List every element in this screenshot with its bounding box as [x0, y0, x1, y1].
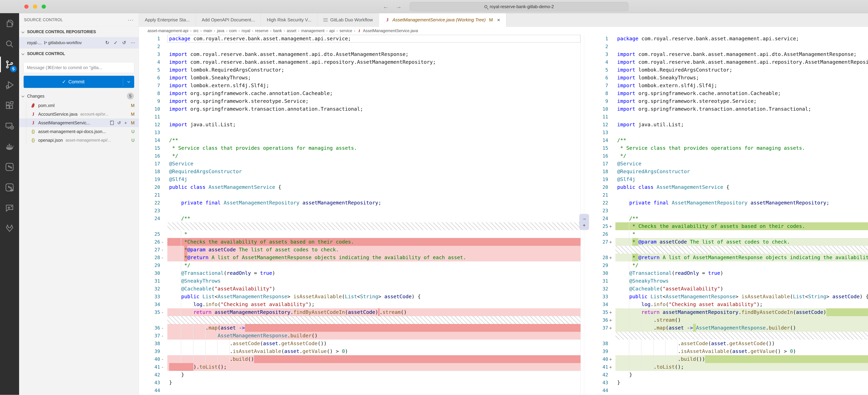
tab-high-risk-security[interactable]: High Risk Security V... — [261, 13, 317, 27]
code-line[interactable]: 7import lombok.extern.slf4j.Slf4j; — [139, 82, 581, 89]
code-line[interactable]: 18@RequiredArgsConstructor — [139, 168, 581, 176]
line-number[interactable]: 43 — [584, 379, 609, 387]
tab-add-openapi[interactable]: Add OpenAPI Document... — [196, 13, 261, 27]
code-line[interactable]: 36+.stream() — [584, 316, 868, 324]
line-number[interactable]: 24 — [139, 215, 161, 222]
breadcrumb-item[interactable]: java — [217, 29, 224, 33]
line-number[interactable]: 8 — [139, 89, 161, 97]
code-line[interactable]: 32@Cacheable("assetAvailability") — [584, 285, 868, 293]
line-number[interactable]: 40 — [584, 355, 609, 363]
line-number[interactable]: 42 — [139, 371, 161, 379]
code-line[interactable]: 19@Slf4j — [584, 176, 868, 183]
line-number[interactable]: 5 — [139, 66, 161, 74]
code-line[interactable]: 38.assetCode(asset.getAssetCode()) — [139, 340, 581, 347]
line-number[interactable]: 37 — [584, 324, 609, 332]
code-line[interactable]: 41+.toList(); — [584, 363, 868, 371]
line-number[interactable]: 13 — [584, 128, 609, 136]
code-line[interactable]: 3import com.royal.reserve.bank.asset.man… — [139, 50, 581, 58]
commit-check-icon[interactable]: ✓ — [114, 40, 118, 45]
code-line[interactable]: 43} — [139, 379, 581, 387]
line-number[interactable]: 10 — [139, 105, 161, 113]
line-number[interactable]: 23 — [139, 207, 161, 215]
code-line[interactable]: 2 — [584, 42, 868, 50]
minimize-window-button[interactable] — [33, 4, 37, 9]
discard-changes-icon[interactable]: ↺ — [117, 120, 121, 125]
code-line[interactable]: 13 — [584, 128, 868, 136]
line-number[interactable]: 44 — [139, 387, 161, 394]
changes-section-header[interactable]: Changes 5 — [19, 91, 139, 101]
line-number[interactable]: 30 — [584, 269, 609, 277]
code-line[interactable]: 26* — [584, 230, 868, 238]
line-number[interactable]: 36 — [139, 324, 161, 332]
code-line[interactable]: 19@Slf4j — [139, 176, 581, 183]
code-line[interactable]: 21 — [584, 191, 868, 199]
code-line[interactable]: 8import org.springframework.cache.annota… — [584, 89, 868, 97]
code-line[interactable]: 34log.info("Checking asset availability"… — [584, 301, 868, 308]
code-line[interactable]: 10import org.springframework.transaction… — [584, 105, 868, 113]
line-number[interactable]: 31 — [584, 277, 609, 285]
breadcrumb-item[interactable]: com — [229, 29, 237, 33]
code-line[interactable]: 29*/ — [584, 262, 868, 269]
code-line[interactable]: 4import com.royal.reserve.bank.asset.man… — [584, 58, 868, 66]
line-number[interactable]: 6 — [584, 74, 609, 82]
code-line[interactable]: 28-*@return A list of AssetManagementRes… — [139, 253, 581, 262]
code-line[interactable]: 24/** — [584, 215, 868, 222]
code-line[interactable]: 20public class AssetManagementService { — [139, 183, 581, 191]
code-line[interactable]: 39.isAssetAvailable(asset.getValue() > 0… — [584, 347, 868, 355]
line-number[interactable]: 38 — [139, 340, 161, 347]
line-number[interactable]: 26 — [584, 230, 609, 238]
breadcrumb-item[interactable]: bank — [273, 29, 282, 33]
line-number[interactable] — [584, 246, 609, 253]
forward-icon[interactable]: → — [396, 3, 402, 10]
code-line[interactable]: 3import com.royal.reserve.bank.asset.man… — [584, 50, 868, 58]
code-line[interactable]: 30@Transactional(readOnly = true) — [584, 269, 868, 277]
sidebar-item-docker[interactable] — [0, 136, 19, 157]
code-line[interactable]: 36-.map(asset -> — [139, 324, 581, 332]
line-number[interactable]: 26 — [139, 238, 161, 246]
sync-icon[interactable]: ↻ — [105, 40, 109, 45]
line-number[interactable]: 29 — [584, 262, 609, 269]
commit-message-input[interactable] — [27, 65, 131, 70]
line-number[interactable]: 34 — [584, 301, 609, 308]
code-line[interactable]: 42} — [139, 371, 581, 379]
sidebar-item-source-control[interactable]: 5 — [0, 54, 19, 75]
line-number[interactable]: 39 — [584, 347, 609, 355]
command-center-search[interactable]: royal-reserve-bank-gitlab-demo-2 — [410, 2, 628, 11]
file-row-api-docs[interactable]: {} asset-management-api-docs.json... U — [19, 127, 139, 136]
line-number[interactable]: 19 — [139, 176, 161, 183]
code-line[interactable]: 11 — [139, 113, 581, 121]
code-line[interactable]: 41- ).toList(); — [139, 363, 581, 371]
code-line[interactable]: 28+* @return A list of AssetManagementRe… — [584, 253, 868, 262]
code-line[interactable]: 10import org.springframework.transaction… — [139, 105, 581, 113]
line-number[interactable] — [139, 316, 161, 324]
code-line[interactable]: 12import java.util.List; — [584, 121, 868, 128]
line-number[interactable]: 16 — [584, 152, 609, 160]
line-number[interactable]: 18 — [584, 168, 609, 176]
line-number[interactable]: 5 — [584, 66, 609, 74]
close-icon[interactable]: × — [497, 17, 500, 23]
line-number[interactable]: 37 — [139, 332, 161, 340]
zoom-window-button[interactable] — [42, 4, 46, 9]
code-line[interactable]: 25* — [139, 230, 581, 238]
breadcrumb-item[interactable]: royal — [242, 29, 250, 33]
line-number[interactable]: 21 — [139, 191, 161, 199]
line-number[interactable]: 1 — [139, 35, 161, 42]
line-number[interactable]: 11 — [139, 113, 161, 121]
line-number[interactable]: 43 — [139, 379, 161, 387]
breadcrumb-item[interactable]: AssetManagementService.java — [363, 29, 418, 33]
line-number[interactable]: 27 — [584, 238, 609, 246]
line-number[interactable]: 20 — [584, 183, 609, 191]
code-line[interactable]: 22private final AssetManagementRepositor… — [584, 199, 868, 207]
sidebar-item-explorer[interactable] — [0, 13, 19, 34]
code-line[interactable]: 1package com.royal.reserve.bank.asset.ma… — [139, 35, 581, 42]
sidebar-item-extensions[interactable] — [0, 95, 19, 116]
line-number[interactable]: 3 — [584, 50, 609, 58]
line-number[interactable]: 17 — [584, 160, 609, 168]
line-number[interactable]: 2 — [584, 42, 609, 50]
line-number[interactable]: 3 — [139, 50, 161, 58]
line-number[interactable]: 28 — [584, 253, 609, 262]
line-number[interactable]: 16 — [139, 152, 161, 160]
line-number[interactable]: 30 — [139, 269, 161, 277]
line-number[interactable]: 36 — [584, 316, 609, 324]
code-line[interactable]: 16 */ — [139, 152, 581, 160]
